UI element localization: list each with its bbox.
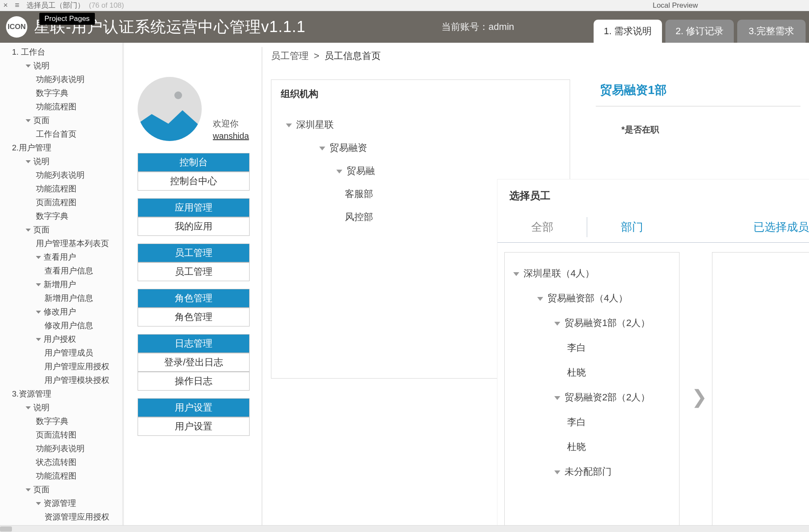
tree-item[interactable]: 数字字典 (0, 414, 122, 428)
tree-item[interactable]: 功能列表说明 (0, 73, 122, 86)
caret-down-icon (36, 311, 41, 314)
menu-item[interactable]: 员工管理 (138, 262, 250, 281)
local-preview-label: Local Preview (653, 0, 698, 11)
select-employee-modal: 选择员工 全部 部门 已选择成员（0人） 深圳星联（4人）贸易融资部（4人）贸易… (497, 179, 809, 525)
org-item[interactable]: 贸易融资 (281, 136, 560, 159)
header-tab-full[interactable]: 3.完整需求 (737, 20, 806, 43)
tree-item[interactable]: 资源管理应用授权 (0, 510, 122, 524)
modal-left-col[interactable]: 深圳星联（4人）贸易融资部（4人）贸易融资1部（2人）李白杜晓贸易融资2部（2人… (504, 252, 680, 525)
modal-tab-dept[interactable]: 部门 (587, 212, 677, 242)
menu-head[interactable]: 员工管理 (138, 244, 250, 262)
header-tab-revisions[interactable]: 2. 修订记录 (665, 20, 734, 43)
tree-item-label: 新增用户 (44, 280, 76, 289)
tree-item-label: 功能流程图 (36, 471, 76, 480)
tree-item-label: 页面 (33, 225, 50, 234)
triangle-icon (537, 297, 543, 301)
org-item-label: 贸易融资 (329, 142, 367, 153)
employee-tree-item[interactable]: 贸易融资2部（2人） (512, 385, 672, 410)
menu-head[interactable]: 用户设置 (138, 398, 250, 417)
dept-name: 贸易融资1部 (600, 83, 667, 97)
tree-item[interactable]: 功能流程图 (0, 182, 122, 196)
triangle-icon (554, 470, 560, 474)
tree-item[interactable]: 新增用户 (0, 278, 122, 291)
header-tabs: 1. 需求说明 2. 修订记录 3.完整需求 (594, 11, 809, 43)
menu-head[interactable]: 控制台 (138, 153, 250, 172)
employee-tree-item[interactable]: 李白 (512, 410, 672, 435)
page-count: (76 of 108) (89, 1, 124, 10)
menu-head[interactable]: 角色管理 (138, 289, 250, 308)
modal-tab-all[interactable]: 全部 (497, 212, 587, 242)
header-tab-requirements[interactable]: 1. 需求说明 (594, 20, 662, 43)
tree-item[interactable]: 查看用户信息 (0, 264, 122, 278)
menu-item[interactable]: 用户设置 (138, 417, 250, 436)
scrollbar-thumb[interactable] (0, 526, 12, 532)
menu-item[interactable]: 我的应用 (138, 217, 250, 236)
org-title: 组织机构 (281, 88, 560, 100)
employee-tree-item[interactable]: 贸易融资部（4人） (512, 286, 672, 311)
tree-item[interactable]: 查看用户 (0, 250, 122, 264)
tree-item[interactable]: 数字字典 (0, 86, 122, 100)
tree-item[interactable]: 新增用户信息 (0, 291, 122, 305)
tree-item[interactable]: 1. 工作台 (0, 45, 122, 59)
username-link[interactable]: wanshida (213, 131, 249, 141)
employee-tree-item[interactable]: 未分配部门 (512, 459, 672, 484)
avatar-icon (138, 77, 202, 141)
tree-item[interactable]: 2.用户管理 (0, 141, 122, 155)
employee-tree-label: 杜晓 (567, 367, 586, 378)
tree-item[interactable]: 修改用户信息 (0, 319, 122, 332)
employee-tree-item[interactable]: 贸易融资1部（2人） (512, 311, 672, 335)
employee-tree-label: 杜晓 (567, 441, 586, 452)
tree-item[interactable]: 数字字典 (0, 209, 122, 223)
modal-right-col[interactable] (712, 252, 809, 525)
tree-item[interactable]: 资源管理 (0, 497, 122, 510)
caret-down-icon (26, 229, 31, 232)
menu-item[interactable]: 角色管理 (138, 308, 250, 326)
close-icon[interactable]: × (0, 1, 11, 10)
dept-header: 贸易融资1部 (596, 79, 800, 106)
org-item[interactable]: 贸易融 (281, 159, 560, 182)
tree-item[interactable]: 用户管理基本列表页 (0, 237, 122, 250)
tree-item[interactable]: 3.资源管理 (0, 387, 122, 401)
tree-item[interactable]: 页面 (0, 223, 122, 237)
caret-down-icon (26, 119, 31, 122)
dept-filter: *是否在职 (596, 124, 800, 135)
tree-item[interactable]: 说明 (0, 401, 122, 414)
tree-item[interactable]: 功能列表说明 (0, 168, 122, 182)
tree-item[interactable]: 用户管理应用授权 (0, 360, 122, 373)
horizontal-scrollbar[interactable] (0, 525, 809, 532)
breadcrumb-a[interactable]: 员工管理 (271, 50, 309, 61)
tree-item[interactable]: 页面流程图 (0, 196, 122, 209)
tree-item[interactable]: 功能流程图 (0, 469, 122, 483)
arrow-right-icon[interactable]: ❯ (691, 386, 707, 408)
tree-item[interactable]: 用户授权 (0, 332, 122, 346)
employee-tree-item[interactable]: 李白 (512, 335, 672, 360)
menu-head[interactable]: 日志管理 (138, 334, 250, 353)
tree-item[interactable]: 页面 (0, 483, 122, 497)
hamburger-icon[interactable]: ≡ (11, 1, 23, 10)
account-info: 当前账号： admin (441, 11, 514, 43)
menu-head[interactable]: 应用管理 (138, 198, 250, 217)
tree-item[interactable]: 状态流转图 (0, 456, 122, 469)
org-item[interactable]: 深圳星联 (281, 113, 560, 136)
tree-item[interactable]: 页面流转图 (0, 428, 122, 442)
tree-item[interactable]: 用户管理成员 (0, 346, 122, 360)
tree-item[interactable]: 工作台首页 (0, 127, 122, 141)
page-tree[interactable]: 1. 工作台说明功能列表说明数字字典功能流程图页面工作台首页2.用户管理说明功能… (0, 43, 124, 525)
tree-item[interactable]: 说明 (0, 155, 122, 168)
tree-item[interactable]: 页面 (0, 114, 122, 127)
tree-item[interactable]: 功能列表说明 (0, 442, 122, 456)
tree-item[interactable]: 说明 (0, 59, 122, 73)
tree-item-label: 功能列表说明 (36, 75, 85, 84)
tree-item[interactable]: 修改用户 (0, 305, 122, 319)
menu-item[interactable]: 操作日志 (138, 372, 250, 391)
welcome-label: 欢迎你 (213, 119, 238, 128)
menu-item[interactable]: 控制台中心 (138, 172, 250, 191)
menu-item[interactable]: 登录/登出日志 (138, 353, 250, 372)
triangle-icon (554, 396, 560, 400)
employee-tree-item[interactable]: 杜晓 (512, 435, 672, 459)
tree-item[interactable]: 功能流程图 (0, 100, 122, 114)
employee-tree-item[interactable]: 杜晓 (512, 360, 672, 385)
employee-tree-item[interactable]: 深圳星联（4人） (512, 261, 672, 286)
org-item-label: 风控部 (345, 212, 373, 222)
tree-item[interactable]: 用户管理模块授权 (0, 373, 122, 387)
